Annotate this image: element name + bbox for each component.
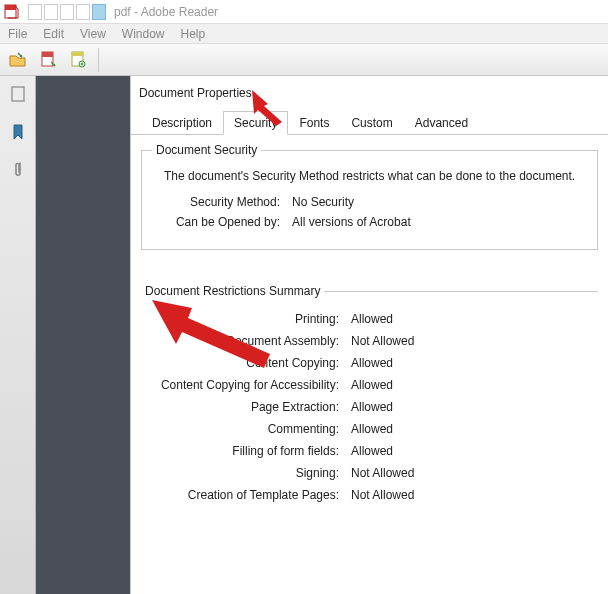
toolbar bbox=[0, 44, 608, 76]
opened-by-label: Can be Opened by: bbox=[152, 215, 292, 229]
menu-file[interactable]: File bbox=[0, 25, 35, 43]
opened-by-value: All versions of Acrobat bbox=[292, 215, 411, 229]
window-thumb-active[interactable] bbox=[92, 4, 106, 20]
thumbnails-panel-icon[interactable] bbox=[8, 84, 28, 104]
window-thumb[interactable] bbox=[60, 4, 74, 20]
restriction-label: Filling of form fields: bbox=[141, 444, 351, 458]
window-thumb[interactable] bbox=[44, 4, 58, 20]
document-viewport bbox=[36, 76, 130, 594]
toolbar-divider bbox=[98, 48, 99, 72]
restriction-value: Allowed bbox=[351, 378, 393, 392]
document-security-legend: Document Security bbox=[152, 143, 261, 157]
restriction-value: Not Allowed bbox=[351, 334, 414, 348]
svg-rect-3 bbox=[42, 52, 53, 57]
restriction-row: Document Assembly: Not Allowed bbox=[141, 334, 598, 348]
restriction-label: Content Copying: bbox=[141, 356, 351, 370]
restriction-label: Printing: bbox=[141, 312, 351, 326]
menu-view[interactable]: View bbox=[72, 25, 114, 43]
tabstrip: Description Security Fonts Custom Advanc… bbox=[131, 110, 608, 135]
restriction-label: Content Copying for Accessibility: bbox=[141, 378, 351, 392]
restriction-value: Not Allowed bbox=[351, 466, 414, 480]
open-button[interactable] bbox=[6, 48, 30, 72]
restrictions-group: Document Restrictions Summary Printing: … bbox=[141, 284, 598, 510]
restriction-value: Allowed bbox=[351, 400, 393, 414]
document-security-group: Document Security The document's Securit… bbox=[141, 143, 598, 250]
restriction-label: Document Assembly: bbox=[141, 334, 351, 348]
security-method-value: No Security bbox=[292, 195, 354, 209]
window-thumb[interactable] bbox=[28, 4, 42, 20]
security-method-label: Security Method: bbox=[152, 195, 292, 209]
menu-help[interactable]: Help bbox=[173, 25, 214, 43]
restriction-value: Allowed bbox=[351, 356, 393, 370]
pdf-app-icon bbox=[4, 4, 20, 20]
tab-custom[interactable]: Custom bbox=[340, 111, 403, 135]
titlebar: pdf - Adobe Reader bbox=[0, 0, 608, 24]
tab-fonts[interactable]: Fonts bbox=[288, 111, 340, 135]
tab-security[interactable]: Security bbox=[223, 111, 288, 135]
dialog-title: Document Properties bbox=[131, 76, 608, 110]
restriction-value: Not Allowed bbox=[351, 488, 414, 502]
save-button[interactable] bbox=[66, 48, 90, 72]
nav-pane bbox=[0, 76, 36, 594]
restriction-value: Allowed bbox=[351, 422, 393, 436]
menu-window[interactable]: Window bbox=[114, 25, 173, 43]
restriction-row: Commenting: Allowed bbox=[141, 422, 598, 436]
restriction-row: Filling of form fields: Allowed bbox=[141, 444, 598, 458]
restriction-row: Printing: Allowed bbox=[141, 312, 598, 326]
restriction-row: Content Copying for Accessibility: Allow… bbox=[141, 378, 598, 392]
restriction-row: Creation of Template Pages: Not Allowed bbox=[141, 488, 598, 502]
restriction-row: Content Copying: Allowed bbox=[141, 356, 598, 370]
restriction-label: Page Extraction: bbox=[141, 400, 351, 414]
security-intro-text: The document's Security Method restricts… bbox=[164, 169, 587, 183]
restriction-label: Commenting: bbox=[141, 422, 351, 436]
restriction-label: Signing: bbox=[141, 466, 351, 480]
svg-rect-7 bbox=[12, 87, 24, 101]
window-title: pdf - Adobe Reader bbox=[114, 5, 218, 19]
restriction-value: Allowed bbox=[351, 312, 393, 326]
attachments-panel-icon[interactable] bbox=[8, 160, 28, 180]
restriction-row: Signing: Not Allowed bbox=[141, 466, 598, 480]
svg-rect-5 bbox=[72, 52, 83, 56]
window-thumbnails bbox=[28, 4, 106, 20]
tab-description[interactable]: Description bbox=[141, 111, 223, 135]
bookmarks-panel-icon[interactable] bbox=[8, 122, 28, 142]
tab-advanced[interactable]: Advanced bbox=[404, 111, 479, 135]
restrictions-legend: Document Restrictions Summary bbox=[141, 284, 324, 298]
restriction-label: Creation of Template Pages: bbox=[141, 488, 351, 502]
restriction-value: Allowed bbox=[351, 444, 393, 458]
restriction-row: Page Extraction: Allowed bbox=[141, 400, 598, 414]
document-properties-dialog: Document Properties Description Security… bbox=[130, 76, 608, 594]
window-thumb[interactable] bbox=[76, 4, 90, 20]
menubar: File Edit View Window Help bbox=[0, 24, 608, 44]
create-pdf-button[interactable] bbox=[36, 48, 60, 72]
menu-edit[interactable]: Edit bbox=[35, 25, 72, 43]
